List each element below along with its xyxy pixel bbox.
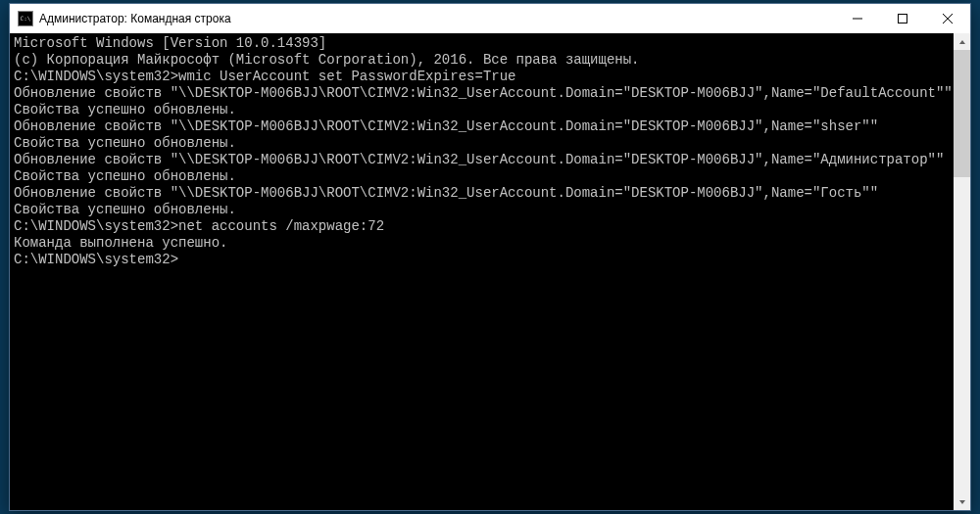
- svg-marker-5: [959, 500, 965, 504]
- terminal-output[interactable]: Microsoft Windows [Version 10.0.14393](c…: [10, 33, 954, 510]
- minimize-button[interactable]: [835, 4, 880, 33]
- terminal-line: Обновление свойств "\\DESKTOP-M006BJJ\RO…: [14, 118, 950, 135]
- window-title: Администратор: Командная строка: [39, 12, 231, 25]
- svg-rect-1: [899, 15, 907, 23]
- scroll-up-button[interactable]: [954, 33, 970, 50]
- terminal-line: C:\WINDOWS\system32>wmic UserAccount set…: [14, 69, 950, 85]
- cmd-icon: [18, 11, 33, 26]
- cursor: [178, 254, 186, 267]
- command-prompt-window: Администратор: Командная строка Microsof…: [9, 3, 971, 511]
- terminal-line: Команда выполнена успешно.: [14, 235, 950, 252]
- scrollbar-track[interactable]: [954, 50, 970, 493]
- terminal-line: Свойства успешно обновлены.: [14, 168, 950, 185]
- terminal-line: Свойства успешно обновлены.: [14, 135, 950, 152]
- terminal-line: Обновление свойств "\\DESKTOP-M006BJJ\RO…: [14, 152, 950, 168]
- terminal-line: Свойства успешно обновлены.: [14, 102, 950, 118]
- close-button[interactable]: [925, 4, 970, 33]
- terminal-line: Обновление свойств "\\DESKTOP-M006BJJ\RO…: [14, 85, 950, 102]
- client-area: Microsoft Windows [Version 10.0.14393](c…: [10, 33, 970, 510]
- scrollbar-thumb[interactable]: [954, 50, 970, 177]
- scroll-down-button[interactable]: [954, 493, 970, 510]
- terminal-line: Обновление свойств "\\DESKTOP-M006BJJ\RO…: [14, 185, 950, 202]
- maximize-button[interactable]: [880, 4, 925, 33]
- titlebar[interactable]: Администратор: Командная строка: [10, 4, 970, 33]
- terminal-line: Microsoft Windows [Version 10.0.14393]: [14, 35, 950, 52]
- terminal-line: Свойства успешно обновлены.: [14, 202, 950, 218]
- svg-marker-4: [959, 40, 965, 44]
- terminal-line: C:\WINDOWS\system32>: [14, 252, 950, 268]
- vertical-scrollbar[interactable]: [954, 33, 970, 510]
- terminal-line: (c) Корпорация Майкрософт (Microsoft Cor…: [14, 52, 950, 69]
- terminal-line: C:\WINDOWS\system32>net accounts /maxpwa…: [14, 218, 950, 235]
